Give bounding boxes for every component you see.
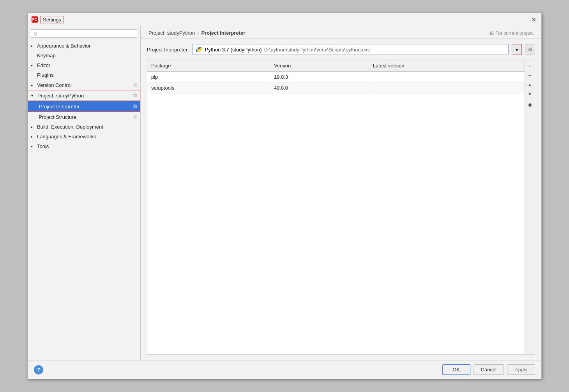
cell-version: 40.8.0 <box>270 83 369 94</box>
sidebar-item-label: Project Structure <box>39 114 76 120</box>
sidebar-item-label: Editor <box>37 62 50 68</box>
interpreter-path: D:\python\studyPython\venv\Scripts\pytho… <box>264 47 370 53</box>
col-version: Version <box>270 60 369 72</box>
breadcrumb-separator: › <box>197 30 199 36</box>
eye-button[interactable]: ◉ <box>526 101 534 109</box>
help-button[interactable]: ? <box>34 365 43 374</box>
title-bar-left: PC Settings <box>32 16 64 23</box>
gear-button[interactable]: ⚙ <box>525 44 535 55</box>
sidebar-item-label: Keymap <box>37 53 56 58</box>
chevron-icon: ▸ <box>31 83 35 87</box>
table-row[interactable]: pip 19.0.3 <box>147 72 525 83</box>
sidebar-item-build[interactable]: ▸ Build, Execution, Deployment <box>28 122 140 132</box>
chevron-icon: ▸ <box>31 134 35 139</box>
col-package: Package <box>147 60 270 72</box>
for-current-label: For current project <box>495 30 534 36</box>
breadcrumb-project: Project: studyPython <box>148 30 195 36</box>
interpreter-dropdown[interactable]: Python 3.7 (studyPython) D:\python\study… <box>192 44 509 55</box>
for-current-icon: ⊞ <box>490 30 494 36</box>
sidebar: Q ▸ Appearance & Behavior Keymap ▸ Edito… <box>28 26 141 360</box>
content-area: Project Interpreter: Python 3.7 (studyPy… <box>141 39 541 360</box>
cell-package: pip <box>147 72 270 83</box>
footer-left: ? <box>34 365 43 374</box>
packages-table: Package Version Latest version pip 19.0.… <box>147 60 525 354</box>
sidebar-item-keymap[interactable]: Keymap <box>28 51 140 60</box>
sidebar-item-languages[interactable]: ▸ Languages & Frameworks <box>28 132 140 141</box>
copy-icon: ⧉ <box>133 92 137 99</box>
chevron-icon: ▾ <box>31 94 36 98</box>
copy-icon: ⧉ <box>133 103 137 109</box>
sidebar-item-label: Appearance & Behavior <box>37 43 90 49</box>
cell-latest <box>369 83 525 94</box>
dropdown-arrow-icon: ▾ <box>516 47 518 53</box>
dropdown-arrow-button[interactable]: ▾ <box>512 44 522 55</box>
cell-latest <box>369 72 525 83</box>
settings-dialog: PC Settings ✕ Q ▸ Appearance & Behavior … <box>27 13 542 379</box>
sidebar-item-editor[interactable]: ▸ Editor <box>28 60 140 70</box>
for-current-project: ⊞ For current project <box>490 30 534 36</box>
chevron-icon: ▸ <box>31 144 35 148</box>
sidebar-item-label: Languages & Frameworks <box>37 134 96 139</box>
up-button[interactable]: ▲ <box>526 80 534 89</box>
sidebar-item-label: Project: studyPython <box>37 93 84 99</box>
sidebar-item-label: Build, Execution, Deployment <box>37 124 103 130</box>
copy-icon: ⧉ <box>134 82 137 88</box>
dialog-title: Settings <box>40 16 64 23</box>
apply-button[interactable]: Apply <box>507 364 535 375</box>
cell-package: setuptools <box>147 83 270 94</box>
table-header-row: Package Version Latest version <box>147 60 525 72</box>
dialog-footer: ? OK Cancel Apply <box>28 360 541 379</box>
cancel-button[interactable]: Cancel <box>474 364 504 375</box>
interpreter-name: Python 3.7 (studyPython) <box>205 47 262 53</box>
interpreter-row: Project Interpreter: Python 3.7 (studyPy… <box>147 44 535 55</box>
sidebar-item-project[interactable]: ▾ Project: studyPython ⧉ <box>28 90 140 101</box>
breadcrumb-current: Project Interpreter <box>201 30 246 36</box>
chevron-icon: ▸ <box>31 63 35 67</box>
dialog-body: Q ▸ Appearance & Behavior Keymap ▸ Edito… <box>28 26 541 360</box>
breadcrumb: Project: studyPython › Project Interpret… <box>141 26 541 39</box>
packages-table-wrapper: Package Version Latest version pip 19.0.… <box>147 60 535 355</box>
gear-icon: ⚙ <box>528 46 533 53</box>
table-row[interactable]: setuptools 40.8.0 <box>147 83 525 94</box>
search-box[interactable]: Q <box>31 29 137 38</box>
search-input[interactable] <box>39 31 134 36</box>
add-package-button[interactable]: + <box>526 62 534 70</box>
down-button[interactable]: ▼ <box>526 90 534 98</box>
footer-right: OK Cancel Apply <box>442 364 535 375</box>
search-icon: Q <box>34 31 37 36</box>
packages-data-table: Package Version Latest version pip 19.0.… <box>147 60 525 94</box>
sidebar-item-project-structure[interactable]: Project Structure ⧉ <box>28 112 140 122</box>
sidebar-item-tools[interactable]: ▸ Tools <box>28 141 140 151</box>
sidebar-item-label: Plugins <box>37 72 54 78</box>
col-latest-version: Latest version <box>369 60 525 72</box>
main-content: Project: studyPython › Project Interpret… <box>141 26 541 360</box>
sidebar-item-plugins[interactable]: Plugins <box>28 70 140 80</box>
chevron-icon: ▸ <box>31 44 35 48</box>
sidebar-item-label: Project Interpreter <box>39 104 80 109</box>
python-icon <box>196 46 203 53</box>
ok-button[interactable]: OK <box>442 364 470 375</box>
title-bar: PC Settings ✕ <box>28 13 541 26</box>
table-actions: + − ▲ ▼ ◉ <box>525 60 535 354</box>
remove-package-button[interactable]: − <box>526 71 534 79</box>
app-icon: PC <box>32 16 38 23</box>
sidebar-item-label: Tools <box>37 143 49 149</box>
sidebar-item-version-control[interactable]: ▸ Version Control ⧉ <box>28 80 140 90</box>
copy-icon: ⧉ <box>134 114 137 120</box>
svg-point-1 <box>200 51 200 52</box>
svg-point-0 <box>198 48 199 48</box>
close-button[interactable]: ✕ <box>530 16 537 23</box>
sidebar-item-project-interpreter[interactable]: Project Interpreter ⧉ <box>28 101 140 112</box>
sidebar-item-appearance[interactable]: ▸ Appearance & Behavior <box>28 41 140 51</box>
interpreter-label: Project Interpreter: <box>147 47 189 53</box>
cell-version: 19.0.3 <box>270 72 369 83</box>
sidebar-item-label: Version Control <box>37 82 72 88</box>
chevron-icon: ▸ <box>31 125 35 129</box>
